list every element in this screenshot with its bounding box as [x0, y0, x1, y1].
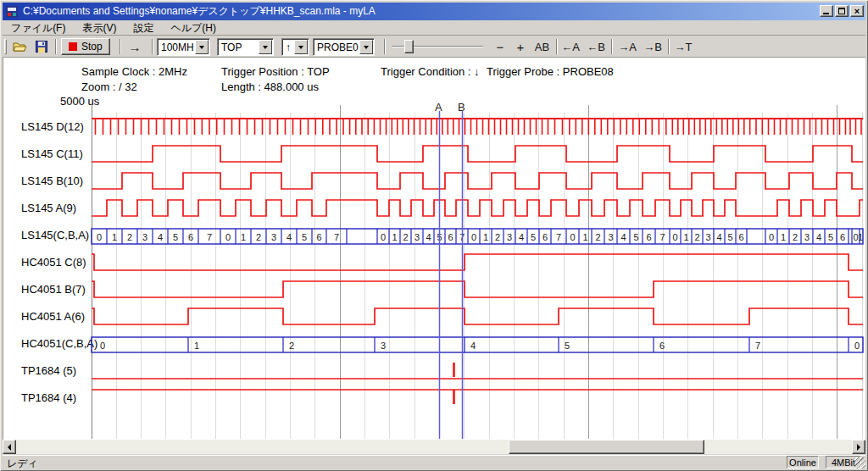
- chevron-down-icon: [199, 46, 204, 49]
- svg-text:4: 4: [519, 232, 524, 242]
- stop-button[interactable]: Stop: [61, 38, 110, 55]
- toolbar-grip[interactable]: [4, 39, 7, 54]
- waveform-hc4051-b-7-: [92, 281, 863, 297]
- toolbar-separator: [120, 39, 121, 54]
- toolbar-separator: [611, 39, 613, 54]
- menu-bar: ファイル(F) 表示(V) 設定 ヘルプ(H): [3, 21, 865, 36]
- waveform-hc4051-c-b-a-: 012345670: [92, 337, 863, 352]
- trigger-position-combo[interactable]: TOP: [217, 38, 274, 56]
- svg-text:0: 0: [769, 232, 774, 242]
- trigger-probe-value: PROBE00: [314, 42, 359, 53]
- run-button[interactable]: →: [123, 37, 147, 56]
- svg-text:7: 7: [207, 232, 212, 242]
- svg-text:6: 6: [448, 232, 453, 242]
- zoom-slider[interactable]: [392, 40, 483, 53]
- combo-dropdown-button[interactable]: [294, 40, 308, 54]
- svg-text:0: 0: [570, 232, 575, 242]
- svg-text:7: 7: [755, 341, 760, 351]
- horizontal-scrollbar[interactable]: [3, 440, 865, 454]
- svg-text:1: 1: [582, 232, 587, 242]
- waveform-canvas[interactable]: 0123456701234567012345670123456701234567…: [3, 58, 866, 440]
- zoom-in-button[interactable]: +: [510, 37, 531, 56]
- svg-text:7: 7: [556, 232, 561, 242]
- toolbar-separator: [55, 39, 57, 54]
- svg-text:4: 4: [287, 232, 292, 242]
- svg-text:2: 2: [694, 232, 699, 242]
- scrollbar-thumb[interactable]: [509, 440, 704, 454]
- waveform-ls145-c-11-: [92, 146, 863, 162]
- svg-text:3: 3: [271, 232, 276, 242]
- svg-text:3: 3: [415, 232, 420, 242]
- trigger-edge-combo[interactable]: ↑: [281, 38, 309, 56]
- open-file-button[interactable]: [9, 37, 30, 56]
- sample-clock-combo[interactable]: 100MHz: [157, 38, 210, 56]
- goto-cursor-a-right-button[interactable]: →A: [615, 37, 640, 56]
- close-button[interactable]: ×: [850, 5, 864, 17]
- floppy-disk-icon: [36, 41, 47, 53]
- status-online-badge: Online: [787, 456, 819, 468]
- slider-handle[interactable]: [404, 40, 414, 53]
- svg-text:6: 6: [840, 232, 845, 242]
- waveform-ls145-b-10-: [92, 173, 863, 189]
- goto-cursor-b-left-button[interactable]: ←B: [583, 37, 609, 56]
- toolbar: Stop → 100MHz TOP ↑ PROBE00 − + AB ←: [3, 36, 865, 58]
- waveform-ls145-d-12-: [92, 119, 863, 135]
- waveform-tp1684-5-: [92, 363, 863, 379]
- svg-text:1: 1: [781, 232, 786, 242]
- minimize-button[interactable]: [820, 5, 833, 17]
- svg-text:7: 7: [659, 232, 665, 242]
- toolbar-separator: [384, 39, 386, 54]
- maximize-icon: [838, 8, 845, 14]
- status-bar: レディ Online 4MBit: [3, 455, 865, 468]
- svg-text:2: 2: [595, 232, 600, 242]
- svg-text:3: 3: [804, 232, 810, 242]
- svg-text:4: 4: [426, 232, 431, 242]
- svg-text:5: 5: [633, 232, 638, 242]
- svg-text:5: 5: [531, 232, 536, 242]
- save-button[interactable]: [31, 37, 52, 56]
- minimize-icon: [823, 13, 829, 14]
- chevron-down-icon: [298, 46, 303, 49]
- svg-text:3: 3: [705, 232, 710, 242]
- svg-text:0: 0: [100, 341, 105, 351]
- svg-text:6: 6: [738, 232, 743, 242]
- svg-text:3: 3: [381, 341, 386, 351]
- resize-grip[interactable]: [854, 457, 865, 468]
- svg-text:0: 0: [225, 232, 231, 242]
- trigger-probe-combo[interactable]: PROBE00: [313, 38, 375, 56]
- svg-text:5: 5: [173, 232, 178, 242]
- menu-settings[interactable]: 設定: [125, 20, 162, 36]
- waveform-hc4051-c-8-: [92, 254, 863, 270]
- svg-text:4: 4: [470, 341, 476, 351]
- svg-text:0: 0: [854, 341, 860, 351]
- combo-dropdown-button[interactable]: [195, 40, 209, 54]
- goto-cursor-b-right-button[interactable]: →B: [640, 37, 665, 56]
- zoom-out-button[interactable]: −: [490, 37, 510, 56]
- goto-trigger-button[interactable]: →T: [671, 37, 695, 56]
- sample-clock-value: 100MHz: [158, 42, 194, 53]
- maximize-button[interactable]: [835, 5, 849, 17]
- combo-dropdown-button[interactable]: [359, 40, 373, 54]
- svg-text:4: 4: [816, 232, 821, 242]
- trigger-edge-value: ↑: [282, 42, 293, 53]
- menu-file[interactable]: ファイル(F): [3, 20, 74, 36]
- svg-text:5: 5: [828, 232, 833, 242]
- scroll-left-button[interactable]: [3, 440, 16, 454]
- close-icon: ×: [854, 6, 860, 16]
- svg-text:6: 6: [659, 341, 665, 351]
- combo-dropdown-button[interactable]: [259, 40, 272, 54]
- svg-text:6: 6: [316, 232, 321, 242]
- svg-text:4: 4: [620, 232, 626, 242]
- svg-text:1: 1: [194, 341, 199, 351]
- goto-cursor-a-left-button[interactable]: ←A: [558, 37, 583, 56]
- svg-text:3: 3: [608, 232, 613, 242]
- menu-view[interactable]: 表示(V): [74, 20, 125, 36]
- zoom-ab-button[interactable]: AB: [531, 37, 554, 56]
- svg-text:0: 0: [471, 232, 476, 242]
- svg-text:1: 1: [483, 232, 488, 242]
- svg-text:2: 2: [256, 232, 261, 242]
- svg-text:1: 1: [683, 232, 688, 242]
- scroll-right-button[interactable]: [852, 440, 865, 454]
- menu-help[interactable]: ヘルプ(H): [162, 20, 225, 36]
- svg-text:6: 6: [542, 232, 548, 242]
